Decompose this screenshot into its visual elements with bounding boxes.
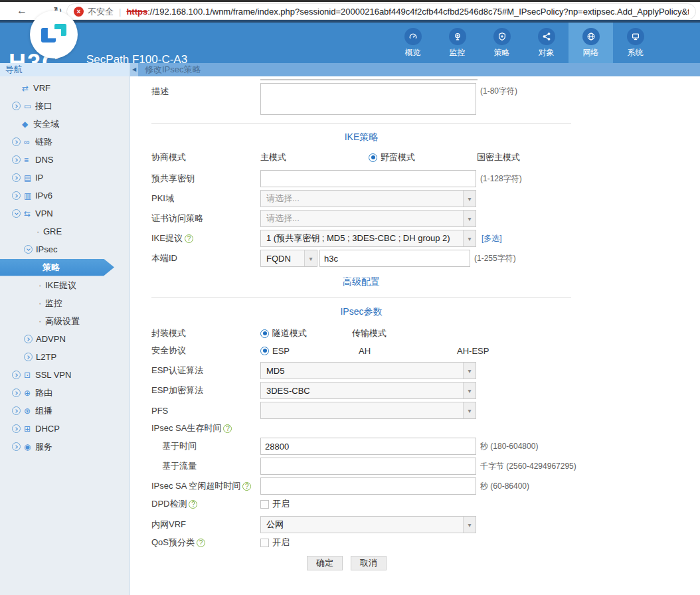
radio-selected-icon[interactable] xyxy=(260,347,269,355)
expand-icon[interactable] xyxy=(12,442,21,451)
idle-timeout-label: IPsec SA 空闲超时时间 ? xyxy=(151,480,260,492)
description-textarea[interactable] xyxy=(260,83,476,115)
sidebar-item-ipv6[interactable]: ▥ IPv6 xyxy=(0,187,130,205)
sidebar-item-route[interactable]: ⊕ 路由 xyxy=(0,384,130,402)
local-id-input[interactable] xyxy=(319,250,470,267)
dropdown-arrow-icon[interactable]: ▾ xyxy=(463,211,476,226)
not-secure-label[interactable]: 不安全 xyxy=(88,6,114,18)
pki-domain-label: PKI域 xyxy=(151,193,260,205)
radio-ah-esp[interactable]: AH-ESP xyxy=(457,346,489,356)
collapse-expand-icon[interactable] xyxy=(24,245,33,254)
sidebar-item-vpn[interactable]: ⇆ VPN xyxy=(0,205,130,222)
expand-icon[interactable] xyxy=(12,102,21,110)
sidebar-item-service[interactable]: ◉ 服务 xyxy=(0,438,130,456)
qos-enable-checkbox[interactable]: 开启 xyxy=(260,537,290,549)
inner-vrf-select[interactable]: 公网 ▾ xyxy=(260,516,476,533)
dropdown-arrow-icon[interactable]: ▾ xyxy=(463,402,476,418)
tab-policy[interactable]: 策略 xyxy=(480,23,524,63)
form-buttons: 确定 取消 xyxy=(307,556,700,570)
preshared-key-input[interactable] xyxy=(260,170,476,187)
multi-select-link[interactable]: [多选] xyxy=(481,233,502,244)
cancel-button[interactable]: 取消 xyxy=(351,556,387,570)
help-icon[interactable]: ? xyxy=(242,482,251,491)
expand-icon[interactable] xyxy=(12,173,21,182)
local-id-type-select[interactable]: FQDN ▾ xyxy=(260,250,317,267)
ssl-vpn-icon: ⊡ xyxy=(24,371,35,380)
idle-timeout-input[interactable] xyxy=(260,477,476,495)
expand-icon[interactable] xyxy=(12,155,21,164)
tab-monitor[interactable]: 监控 xyxy=(435,23,480,63)
sidebar-item-l2tp[interactable]: L2TP xyxy=(0,348,130,366)
radio-main-mode[interactable]: 主模式 xyxy=(260,151,369,163)
tab-system[interactable]: 系统 xyxy=(613,23,657,63)
radio-transport-mode[interactable]: 传输模式 xyxy=(352,327,387,339)
radio-selected-icon[interactable] xyxy=(260,329,269,338)
expand-icon[interactable] xyxy=(12,424,21,433)
collapse-expand-icon[interactable] xyxy=(12,209,21,218)
sidebar-item-ipsec-monitor[interactable]: · 监控 xyxy=(0,294,130,312)
dropdown-arrow-icon[interactable]: ▾ xyxy=(463,191,476,207)
address-bar[interactable]: × 不安全 | https://192.168.100.1/wnm/frame/… xyxy=(66,3,696,20)
radio-tunnel-mode[interactable]: 隧道模式 xyxy=(260,327,352,339)
not-secure-badge-icon[interactable]: × xyxy=(74,7,84,17)
time-based-input[interactable] xyxy=(260,438,476,455)
tab-overview[interactable]: 概览 xyxy=(391,23,435,63)
sidebar-item-interface[interactable]: ▭ 接口 xyxy=(0,97,130,115)
sidebar-item-ssl-vpn[interactable]: ⊡ SSL VPN xyxy=(0,366,130,384)
advanced-config-link[interactable]: 高级配置 xyxy=(151,276,571,288)
expand-icon[interactable] xyxy=(24,353,33,361)
sidebar-item-dhcp[interactable]: ⊞ DHCP xyxy=(0,420,130,438)
dpd-enable-checkbox[interactable]: 开启 xyxy=(260,498,290,510)
sidebar-item-ipsec-policy-selected[interactable]: 策略 xyxy=(0,259,114,276)
checkbox-icon[interactable] xyxy=(260,500,269,509)
dropdown-arrow-icon[interactable]: ▾ xyxy=(304,250,317,266)
ike-proposal-select[interactable]: 1 (预共享密钥 ; MD5 ; 3DES-CBC ; DH group 2) … xyxy=(260,230,476,247)
floating-widget[interactable] xyxy=(30,11,78,58)
radio-ah[interactable]: AH xyxy=(359,346,457,356)
help-icon[interactable]: ? xyxy=(185,234,193,243)
radio-aggressive-mode[interactable]: 野蛮模式 xyxy=(369,151,477,163)
expand-icon[interactable] xyxy=(12,137,21,146)
esp-auth-algo-select[interactable]: MD5 ▾ xyxy=(260,362,476,379)
sidebar-item-advanced-settings[interactable]: · 高级设置 xyxy=(0,312,130,330)
tab-objects[interactable]: 对象 xyxy=(524,23,569,63)
dropdown-arrow-icon[interactable]: ▾ xyxy=(463,230,476,246)
browser-back-icon[interactable]: ← xyxy=(15,5,29,17)
help-icon[interactable]: ? xyxy=(223,424,232,433)
sidebar-item-multicast[interactable]: ⊛ 组播 xyxy=(0,402,130,420)
pki-domain-select[interactable]: 请选择... ▾ xyxy=(260,190,476,207)
radio-esp[interactable]: ESP xyxy=(260,346,359,356)
sidebar-item-ike-proposal[interactable]: · IKE提议 xyxy=(0,276,130,294)
sidebar-item-security-zone[interactable]: ◆ 安全域 xyxy=(0,115,130,133)
pfs-select[interactable]: ▾ xyxy=(260,402,476,419)
route-icon: ⊕ xyxy=(24,388,35,398)
qos-label: QoS预分类 ? xyxy=(151,537,260,549)
esp-enc-algo-select[interactable]: 3DES-CBC ▾ xyxy=(260,382,476,399)
traffic-based-input[interactable] xyxy=(260,458,476,475)
sidebar-item-dns[interactable]: ≡ DNS xyxy=(0,151,130,169)
expand-icon[interactable] xyxy=(12,388,21,397)
dropdown-arrow-icon[interactable]: ▾ xyxy=(463,363,476,379)
ok-button[interactable]: 确定 xyxy=(307,556,343,570)
tab-network[interactable]: 网络 xyxy=(569,23,613,63)
cert-access-policy-select[interactable]: 请选择... ▾ xyxy=(260,210,476,227)
dropdown-arrow-icon[interactable]: ▾ xyxy=(463,517,476,533)
radio-gm-main-mode[interactable]: 国密主模式 xyxy=(477,151,520,163)
help-icon[interactable]: ? xyxy=(197,539,205,547)
sidebar-item-ip[interactable]: ▤ IP xyxy=(0,169,130,187)
dropdown-arrow-icon[interactable]: ▾ xyxy=(463,382,476,398)
sidebar-collapse-icon[interactable]: ◀ xyxy=(130,63,138,76)
radio-selected-icon[interactable] xyxy=(369,153,377,162)
sidebar-item-gre[interactable]: · GRE xyxy=(0,222,130,240)
checkbox-icon[interactable] xyxy=(260,539,269,547)
sidebar-item-advpn[interactable]: ADVPN xyxy=(0,330,130,348)
page-url[interactable]: https://192.168.100.1/wnm/frame/index.ph… xyxy=(126,7,689,17)
sidebar-item-link[interactable]: ∞ 链路 xyxy=(0,133,130,151)
expand-icon[interactable] xyxy=(12,406,21,415)
expand-icon[interactable] xyxy=(12,191,21,200)
expand-icon[interactable] xyxy=(24,335,33,343)
sidebar-item-vrf[interactable]: ⇄ VRF xyxy=(0,79,130,97)
sidebar-item-ipsec[interactable]: IPsec xyxy=(0,240,130,258)
expand-icon[interactable] xyxy=(12,371,21,379)
help-icon[interactable]: ? xyxy=(189,500,197,509)
